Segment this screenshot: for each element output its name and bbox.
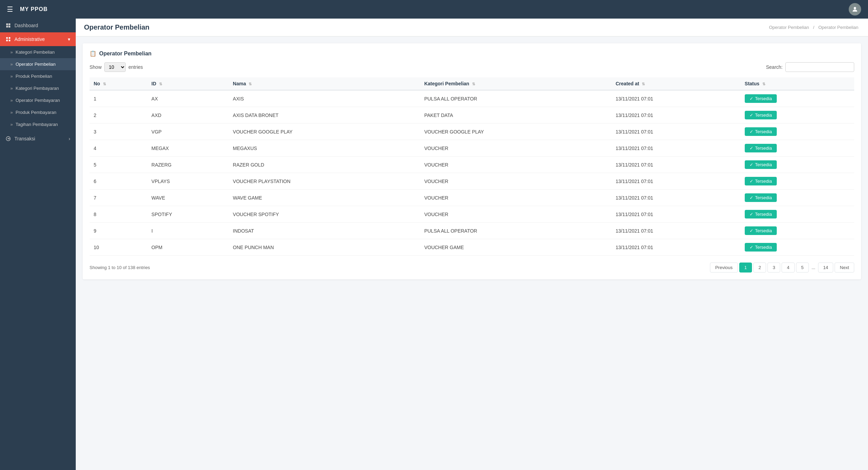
sidebar-administrative[interactable]: Administrative ▾ <box>0 32 76 46</box>
sidebar-item-tagihan-pembayaran[interactable]: » Tagihan Pembayaran <box>0 118 76 130</box>
sidebar-item-produk-pembayaran[interactable]: » Produk Pembayaran <box>0 106 76 118</box>
cell-kategori: VOUCHER <box>420 173 611 190</box>
cell-kategori: VOUCHER <box>420 206 611 223</box>
cell-created-at: 13/11/2021 07:01 <box>611 223 741 239</box>
page-btn-5[interactable]: 5 <box>796 263 809 273</box>
cell-created-at: 13/11/2021 07:01 <box>611 157 741 173</box>
cell-kategori: VOUCHER <box>420 140 611 157</box>
cell-no: 7 <box>90 190 147 206</box>
cell-no: 8 <box>90 206 147 223</box>
cell-nama: VOUCHER PLAYSTATION <box>229 173 420 190</box>
app-brand: MY PPOB <box>20 6 48 12</box>
top-navbar: ☰ MY PPOB <box>0 0 868 19</box>
sort-icon-nama: ⇅ <box>249 82 252 86</box>
sidebar-item-transaksi[interactable]: Transaksi › <box>0 132 76 146</box>
svg-rect-1 <box>6 23 8 25</box>
transaksi-arrow-icon: › <box>69 136 70 141</box>
col-created-at[interactable]: Created at ⇅ <box>611 77 741 90</box>
sub-item-label: Produk Pembayaran <box>15 110 56 115</box>
status-badge: ✓ Tersedia <box>745 160 777 169</box>
sub-item-label: Tagihan Pembayaran <box>15 122 58 127</box>
status-badge: ✓ Tersedia <box>745 177 777 185</box>
hamburger-icon[interactable]: ☰ <box>7 5 13 13</box>
page-btn-3[interactable]: 3 <box>767 263 780 273</box>
cell-no: 1 <box>90 90 147 107</box>
sort-icon-kategori: ⇅ <box>472 82 475 86</box>
cell-created-at: 13/11/2021 07:01 <box>611 239 741 256</box>
page-btn-4[interactable]: 4 <box>782 263 794 273</box>
col-id[interactable]: ID ⇅ <box>147 77 229 90</box>
cell-created-at: 13/11/2021 07:01 <box>611 190 741 206</box>
table-row: 7 WAVE WAVE GAME VOUCHER 13/11/2021 07:0… <box>90 190 854 206</box>
check-icon: ✓ <box>750 195 753 200</box>
cell-status: ✓ Tersedia <box>741 107 854 124</box>
table-row: 3 VGP VOUCHER GOOGLE PLAY VOUCHER GOOGLE… <box>90 124 854 140</box>
entries-select[interactable]: 10 25 50 100 <box>104 62 126 72</box>
cell-status: ✓ Tersedia <box>741 124 854 140</box>
cell-kategori: PAKET DATA <box>420 107 611 124</box>
table-row: 6 VPLAYS VOUCHER PLAYSTATION VOUCHER 13/… <box>90 173 854 190</box>
cell-status: ✓ Tersedia <box>741 223 854 239</box>
content-area: Operator Pembelian Operator Pembelian / … <box>76 19 868 470</box>
cell-created-at: 13/11/2021 07:01 <box>611 90 741 107</box>
status-badge: ✓ Tersedia <box>745 193 777 202</box>
svg-point-0 <box>854 7 856 9</box>
pagination-info: Showing 1 to 10 of 138 entries <box>90 265 150 270</box>
next-button[interactable]: Next <box>835 263 854 273</box>
data-table: No ⇅ ID ⇅ Nama ⇅ Kategori Pembelian ⇅ Cr… <box>90 77 854 256</box>
sidebar-item-operator-pembayaran[interactable]: » Operator Pembayaran <box>0 94 76 106</box>
search-input[interactable] <box>785 62 854 72</box>
sidebar-item-produk-pembelian[interactable]: » Produk Pembelian <box>0 70 76 82</box>
col-no[interactable]: No ⇅ <box>90 77 147 90</box>
svg-rect-2 <box>9 23 10 25</box>
col-status[interactable]: Status ⇅ <box>741 77 854 90</box>
avatar[interactable] <box>849 3 861 15</box>
sub-item-label: Kategori Pembayaran <box>15 86 59 91</box>
svg-rect-4 <box>9 26 10 28</box>
arrow-icon: » <box>10 110 13 115</box>
cell-id: MEGAX <box>147 140 229 157</box>
table-row: 8 SPOTIFY VOUCHER SPOTIFY VOUCHER 13/11/… <box>90 206 854 223</box>
check-icon: ✓ <box>750 146 753 151</box>
card-title: 📋 Operator Pembelian <box>90 50 854 57</box>
page-btn-14[interactable]: 14 <box>818 263 833 273</box>
check-icon: ✓ <box>750 113 753 118</box>
main-layout: Dashboard Administrative ▾ » Kategori Pe… <box>0 19 868 470</box>
status-badge: ✓ Tersedia <box>745 144 777 152</box>
cell-status: ✓ Tersedia <box>741 140 854 157</box>
sidebar-item-kategori-pembayaran[interactable]: » Kategori Pembayaran <box>0 82 76 94</box>
cell-no: 2 <box>90 107 147 124</box>
cell-nama: RAZER GOLD <box>229 157 420 173</box>
svg-rect-3 <box>6 26 8 28</box>
sidebar-item-kategori-pembelian[interactable]: » Kategori Pembelian <box>0 46 76 58</box>
col-kategori[interactable]: Kategori Pembelian ⇅ <box>420 77 611 90</box>
pagination: Previous 1 2 3 4 5 ... 14 Next <box>710 263 854 273</box>
cell-status: ✓ Tersedia <box>741 157 854 173</box>
sub-item-label: Operator Pembayaran <box>15 98 60 103</box>
cell-nama: VOUCHER GOOGLE PLAY <box>229 124 420 140</box>
card-title-icon: 📋 <box>90 50 96 57</box>
sort-icon-created-at: ⇅ <box>642 82 645 86</box>
sidebar-item-operator-pembelian[interactable]: » Operator Pembelian <box>0 58 76 70</box>
breadcrumb-parent: Operator Pembelian <box>769 25 809 30</box>
page-btn-2[interactable]: 2 <box>753 263 766 273</box>
cell-kategori: VOUCHER GOOGLE PLAY <box>420 124 611 140</box>
svg-rect-6 <box>9 37 10 39</box>
check-icon: ✓ <box>750 245 753 250</box>
arrow-icon: » <box>10 74 13 79</box>
card-title-text: Operator Pembelian <box>99 51 151 57</box>
page-btn-1[interactable]: 1 <box>739 263 752 273</box>
cell-status: ✓ Tersedia <box>741 206 854 223</box>
cell-no: 5 <box>90 157 147 173</box>
cell-no: 4 <box>90 140 147 157</box>
col-nama[interactable]: Nama ⇅ <box>229 77 420 90</box>
cell-status: ✓ Tersedia <box>741 190 854 206</box>
main-card: 📋 Operator Pembelian Show 10 25 50 100 e… <box>83 43 861 279</box>
svg-rect-5 <box>6 37 8 39</box>
status-badge: ✓ Tersedia <box>745 111 777 119</box>
check-icon: ✓ <box>750 228 753 233</box>
sidebar-item-dashboard[interactable]: Dashboard <box>0 19 76 32</box>
table-header-row: No ⇅ ID ⇅ Nama ⇅ Kategori Pembelian ⇅ Cr… <box>90 77 854 90</box>
prev-button[interactable]: Previous <box>710 263 738 273</box>
table-row: 10 OPM ONE PUNCH MAN VOUCHER GAME 13/11/… <box>90 239 854 256</box>
